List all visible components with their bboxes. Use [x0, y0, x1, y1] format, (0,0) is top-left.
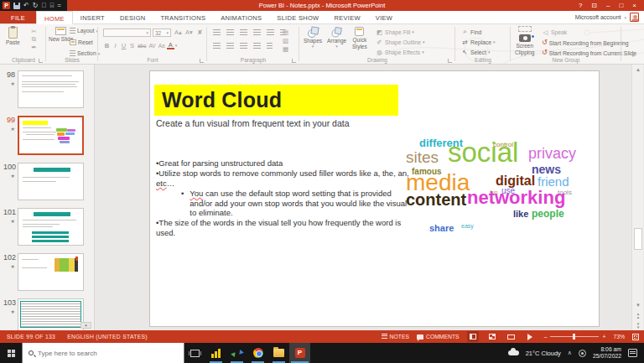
font-size-select[interactable]: 32▾	[153, 29, 171, 37]
dialog-launcher-icon[interactable]	[200, 59, 204, 63]
zoom-slider[interactable]	[550, 336, 599, 337]
slide-thumbnail-102[interactable]: 102★	[3, 253, 94, 291]
tab-file[interactable]: FILE	[0, 11, 36, 23]
slide-thumbnail-101[interactable]: 101★	[3, 208, 94, 246]
record-from-current-button[interactable]: ↺Start Recording from Current Slide	[542, 49, 636, 56]
save-icon[interactable]	[13, 3, 20, 9]
next-slide-icon[interactable]: ▾▾	[633, 322, 643, 329]
shrink-font-button[interactable]: A▾	[184, 28, 194, 36]
format-painter-icon[interactable]: ✒	[30, 44, 38, 51]
columns-icon[interactable]	[267, 43, 273, 49]
task-view-button[interactable]	[184, 343, 205, 363]
scroll-down-icon[interactable]: ▼	[633, 301, 643, 310]
taskbar-app[interactable]	[226, 343, 247, 363]
dialog-launcher-icon[interactable]	[448, 59, 452, 63]
comments-button[interactable]: COMMENTS	[417, 334, 460, 340]
slide-counter[interactable]: SLIDE 99 OF 133	[7, 334, 55, 340]
italic-button[interactable]: I	[112, 41, 119, 49]
slide-thumbnail-98[interactable]: 98★	[3, 70, 94, 108]
font-color-button[interactable]: A	[167, 42, 174, 49]
slide-title[interactable]: Word Cloud	[154, 85, 398, 116]
tab-design[interactable]: DESIGN	[112, 11, 153, 23]
tray-network-icon[interactable]	[579, 350, 586, 357]
search-input[interactable]	[38, 350, 164, 357]
taskbar-powerpoint[interactable]: P	[289, 343, 310, 363]
slide-canvas[interactable]: Word Cloud Create a fun visual from freq…	[149, 70, 600, 327]
tab-slide-show[interactable]: SLIDE SHOW	[269, 11, 326, 23]
shape-effects-button[interactable]: ◍Shape Effects▾	[376, 48, 425, 56]
arrange-button[interactable]: Arrange▾	[327, 27, 346, 49]
character-spacing-button[interactable]: AV	[148, 41, 156, 49]
dialog-launcher-icon[interactable]	[292, 59, 296, 63]
ribbon-options-icon[interactable]: ⊡	[591, 0, 597, 11]
redo-icon[interactable]: ↻	[33, 0, 39, 11]
record-from-beginning-button[interactable]: ↺Start Recording from Beginning	[542, 39, 636, 46]
tray-expand-icon[interactable]: ∧	[568, 350, 572, 356]
vertical-scrollbar[interactable]: ▲ ▼ ▴▴ ▾▾	[631, 65, 643, 330]
thumbnail-preview[interactable]	[18, 163, 84, 200]
zoom-level[interactable]: 73%	[613, 334, 625, 340]
thumbnail-preview[interactable]	[18, 298, 84, 330]
paste-button[interactable]: Paste	[6, 27, 20, 45]
speak-button[interactable]: ◁Speak	[542, 28, 636, 36]
tab-review[interactable]: REVIEW	[326, 11, 367, 23]
increase-indent-icon[interactable]	[253, 29, 261, 35]
thumbnail-preview[interactable]	[18, 70, 84, 108]
layout-button[interactable]: Layout▾	[70, 28, 100, 34]
select-button[interactable]: ↖Select▾	[461, 48, 495, 56]
underline-button[interactable]: U	[120, 41, 127, 49]
font-name-select[interactable]: ▾	[103, 29, 151, 37]
previous-slide-icon[interactable]: ▴▴	[633, 312, 643, 319]
weather-cloud-icon[interactable]	[508, 350, 519, 355]
taskbar-search[interactable]	[22, 343, 184, 363]
start-button[interactable]	[0, 343, 22, 363]
weather-text[interactable]: 21°C Cloudy	[526, 350, 561, 357]
shape-outline-button[interactable]: ✐Shape Outline▾	[376, 38, 425, 46]
tab-insert[interactable]: INSERT	[73, 11, 112, 23]
align-center-icon[interactable]	[226, 43, 234, 49]
dialog-launcher-icon[interactable]	[39, 59, 43, 63]
undo-icon[interactable]: ↶	[23, 0, 29, 11]
slide-body-text[interactable]: •Great for parsing unstructured data •Ut…	[156, 158, 414, 238]
tab-animations[interactable]: ANIMATIONS	[213, 11, 269, 23]
language-status[interactable]: ENGLISH (UNITED STATES)	[67, 334, 148, 340]
thumbnail-preview[interactable]	[18, 208, 84, 246]
reset-button[interactable]: Reset	[70, 39, 100, 45]
slide-subtitle[interactable]: Create a fun visual from frequent text i…	[156, 118, 350, 128]
minimize-button[interactable]: –	[606, 0, 610, 11]
smartart-button[interactable]: ▦	[282, 44, 289, 53]
action-center-icon[interactable]	[628, 349, 637, 357]
normal-view-button[interactable]	[467, 331, 479, 342]
clock[interactable]: 8:06 am 25/07/2022	[593, 346, 621, 360]
find-button[interactable]: ⌕Find	[461, 28, 495, 36]
powerpoint-icon[interactable]: P	[3, 2, 10, 9]
numbering-icon[interactable]	[226, 29, 234, 35]
text-direction-button[interactable]: ▤	[282, 28, 289, 36]
taskbar-powerbi[interactable]	[205, 343, 226, 363]
shadow-button[interactable]: S	[128, 41, 136, 49]
thumbnail-preview[interactable]	[18, 253, 84, 291]
zoom-in-icon[interactable]: +	[602, 334, 605, 340]
decrease-indent-icon[interactable]	[240, 29, 247, 35]
monitor-icon[interactable]: 𥫚	[41, 0, 46, 11]
line-spacing-icon[interactable]	[267, 29, 274, 35]
slide-sorter-button[interactable]	[486, 331, 498, 342]
style-icon[interactable]: ⌸	[49, 0, 54, 11]
replace-button[interactable]: ⇄Replace▾	[461, 38, 495, 46]
taskbar-explorer[interactable]	[268, 343, 289, 363]
quick-styles-button[interactable]: QuickStyles	[352, 27, 367, 49]
cut-icon[interactable]: ✂	[30, 28, 38, 35]
fit-slide-icon[interactable]	[632, 334, 639, 340]
restore-button[interactable]: □	[619, 0, 623, 11]
zoom-slider-thumb[interactable]	[573, 334, 575, 340]
shape-fill-button[interactable]: ◩Shape Fill▾	[376, 28, 425, 36]
collapse-ribbon-icon[interactable]: ⌃	[631, 54, 636, 61]
justify-icon[interactable]	[253, 43, 261, 49]
panel-collapse-button[interactable]: ▾	[80, 322, 91, 329]
section-button[interactable]: Section▾	[70, 50, 100, 56]
grow-font-button[interactable]: A▴	[174, 28, 183, 36]
bullets-icon[interactable]	[213, 29, 221, 35]
word-cloud[interactable]: differentcontrolsitessocialprivacynewsfa…	[406, 136, 597, 236]
clear-formatting-icon[interactable]: ✘	[196, 28, 204, 36]
align-left-icon[interactable]	[213, 43, 221, 49]
